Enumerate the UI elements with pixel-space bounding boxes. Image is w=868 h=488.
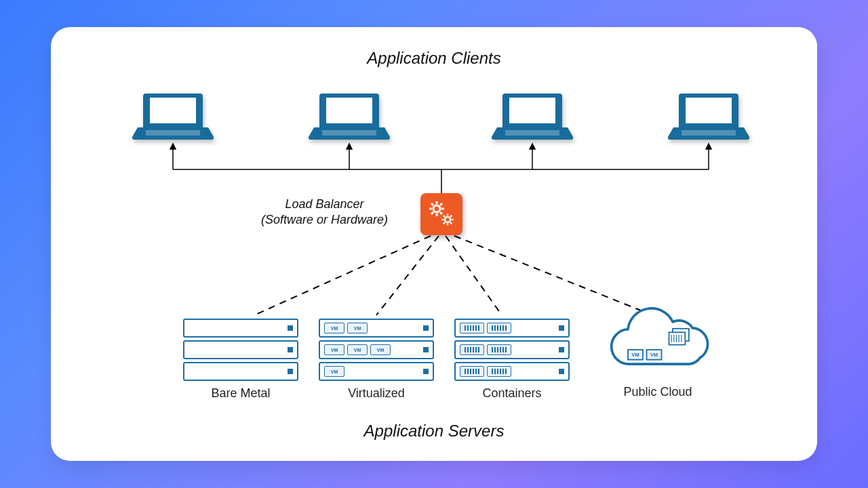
svg-line-29 (431, 212, 433, 214)
svg-line-11 (376, 236, 439, 315)
svg-rect-16 (326, 98, 372, 123)
svg-marker-9 (706, 144, 711, 149)
clients-title: Application Clients (51, 49, 817, 68)
server-virtualized: VMVM VMVMVM VM Virtualized (319, 319, 434, 401)
cloud-icon: VM VM (590, 305, 726, 380)
svg-text:VM: VM (632, 352, 639, 358)
svg-point-31 (445, 217, 450, 222)
svg-line-12 (446, 236, 502, 315)
svg-rect-20 (686, 98, 732, 123)
load-balancer-node (420, 193, 462, 235)
diagram-card: Application Clients (51, 27, 817, 461)
svg-line-10 (254, 236, 431, 315)
client-laptop-icon (492, 88, 573, 142)
svg-rect-19 (505, 130, 559, 136)
svg-line-38 (443, 222, 445, 224)
client-laptop-icon (132, 88, 214, 142)
client-laptop-icon (668, 88, 749, 142)
server-containers: Containers (454, 319, 570, 401)
svg-line-37 (450, 222, 452, 224)
servers-title: Application Servers (51, 422, 817, 441)
svg-line-30 (440, 203, 442, 205)
server-label: Containers (454, 386, 570, 401)
svg-rect-17 (322, 130, 376, 136)
server-label: Virtualized (319, 386, 434, 401)
svg-rect-18 (509, 98, 555, 123)
client-laptop-icon (309, 88, 390, 142)
server-bare-metal: Bare Metal (183, 319, 298, 401)
server-stack-icon (454, 319, 570, 381)
svg-line-36 (443, 216, 445, 217)
svg-marker-6 (170, 144, 176, 149)
svg-line-27 (431, 203, 433, 205)
server-label: Public Cloud (590, 385, 726, 399)
svg-marker-8 (530, 144, 535, 149)
load-balancer-label: Load Balancer (Software or Hardware) (261, 197, 388, 228)
svg-point-22 (433, 205, 440, 212)
gears-icon (425, 198, 458, 230)
svg-marker-7 (347, 144, 352, 149)
server-label: Bare Metal (183, 386, 298, 401)
server-public-cloud: VM VM Public Cloud (590, 305, 726, 399)
server-stack-icon (183, 319, 298, 381)
svg-text:VM: VM (650, 352, 658, 358)
svg-line-28 (440, 212, 442, 214)
svg-line-39 (450, 216, 452, 217)
svg-rect-14 (150, 98, 196, 123)
svg-rect-15 (146, 130, 200, 136)
svg-rect-21 (682, 130, 736, 136)
server-stack-icon: VMVM VMVMVM VM (319, 319, 434, 381)
